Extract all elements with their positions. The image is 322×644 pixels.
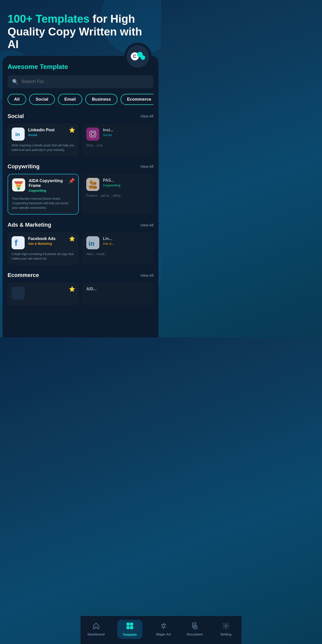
aida-card-category: Copywriting xyxy=(29,189,74,192)
facebook-card-desc: Create high-converting Facebook ad copy … xyxy=(12,252,75,261)
svg-text:in: in xyxy=(89,240,94,247)
linkedin-post-card[interactable]: ⭐ in Linkedin Post Social Write Inspirin… xyxy=(8,124,79,156)
ads-view-all[interactable]: View All xyxy=(140,223,153,227)
search-input[interactable] xyxy=(21,79,149,84)
linkedin-icon: in xyxy=(12,128,25,141)
facebook-icon: f xyxy=(12,236,25,249)
ads-section-title: Ads & Marketing xyxy=(8,222,51,228)
pas-card[interactable]: PAS... Copywriting Problem... will he...… xyxy=(82,174,153,215)
instagram-card-title: Inst... xyxy=(103,128,113,132)
tab-ecommerce[interactable]: Ecommerce xyxy=(120,94,153,105)
instagram-icon xyxy=(86,128,99,141)
svg-marker-11 xyxy=(14,181,23,184)
instagram-card-desc: Write... post. xyxy=(86,143,149,148)
pin-badge: 📌 xyxy=(68,178,75,184)
ecommerce-star-badge: ⭐ xyxy=(69,286,75,292)
social-section-title: Social xyxy=(8,113,24,119)
copywriting-section: Copywriting View All 📌 xyxy=(8,163,153,215)
instagram-card[interactable]: Inst... Social Write... post. xyxy=(82,124,153,156)
linkedin-ads-card[interactable]: in Lin... Ads &... Atten... headli... xyxy=(82,232,153,265)
aida-card[interactable]: 📌 AIDA Copywriting Frame Copywri xyxy=(8,174,79,215)
logo-svg: C xyxy=(130,51,146,62)
pas-card-title: PAS... xyxy=(103,178,120,183)
ecommerce-card2-title: AID... xyxy=(86,287,149,291)
tab-all[interactable]: All xyxy=(8,94,26,105)
instagram-card-category: Social xyxy=(103,133,113,137)
svg-point-9 xyxy=(95,131,96,132)
ads-cards-row: ⭐ f Facebook Ads Ads & Marketing Create … xyxy=(8,232,153,265)
copywriting-section-title: Copywriting xyxy=(8,163,39,170)
ecommerce-card-2[interactable]: AID... xyxy=(82,283,153,305)
copywriting-view-all[interactable]: View All xyxy=(140,164,153,169)
svg-point-2 xyxy=(141,55,145,60)
linkedin-ads-icon: in xyxy=(86,236,99,249)
category-tabs: All Social Email Business Ecommerce ASO xyxy=(8,94,153,106)
ecommerce-icon xyxy=(12,287,25,300)
svg-point-15 xyxy=(90,181,93,184)
facebook-card-title: Facebook Ads xyxy=(28,236,56,241)
social-section-header: Social View All xyxy=(8,113,153,119)
pas-card-category: Copywriting xyxy=(103,184,120,187)
aida-card-desc: This Attention-Interest-Desire-Action Co… xyxy=(12,196,74,210)
ecommerce-section-header: Ecommerce View All xyxy=(8,272,153,278)
ecommerce-section: Ecommerce View All ⭐ AID... xyxy=(8,272,153,305)
social-section: Social View All ⭐ in Linkedin Post Socia… xyxy=(8,113,153,156)
linkedin-ads-title: Lin... xyxy=(103,236,114,241)
linkedin-ads-desc: Atten... headli... xyxy=(86,252,149,256)
tab-business[interactable]: Business xyxy=(85,94,117,105)
svg-text:f: f xyxy=(15,238,18,248)
svg-point-16 xyxy=(93,182,96,185)
ecommerce-section-title: Ecommerce xyxy=(8,272,39,278)
linkedin-card-category: Social xyxy=(28,133,55,137)
facebook-star-badge: ⭐ xyxy=(69,236,75,242)
pas-card-desc: Problem... will he... efficie... xyxy=(86,193,149,198)
aida-icon xyxy=(12,178,25,191)
svg-text:in: in xyxy=(15,132,20,137)
main-card: C Awesome Template 🔍 All Social Email Bu… xyxy=(3,56,158,337)
copywriting-cards-row: 📌 AIDA Copywriting Frame Copywri xyxy=(8,174,153,215)
facebook-card-category: Ads & Marketing xyxy=(28,242,56,246)
facebook-ads-card[interactable]: ⭐ f Facebook Ads Ads & Marketing Create … xyxy=(8,232,79,265)
svg-rect-6 xyxy=(86,128,99,141)
svg-text:C: C xyxy=(133,54,136,59)
ecommerce-cards-row: ⭐ AID... xyxy=(8,283,153,305)
search-bar[interactable]: 🔍 xyxy=(8,75,153,88)
search-icon: 🔍 xyxy=(12,79,18,85)
tab-social[interactable]: Social xyxy=(29,94,55,105)
svg-point-18 xyxy=(93,186,97,189)
pas-icon xyxy=(86,178,99,191)
linkedin-card-title: Linkedin Post xyxy=(28,128,55,132)
social-view-all[interactable]: View All xyxy=(140,114,153,118)
aida-card-title: AIDA Copywriting Frame xyxy=(29,178,74,188)
svg-rect-20 xyxy=(12,236,25,249)
ads-section-header: Ads & Marketing View All xyxy=(8,222,153,228)
star-badge: ⭐ xyxy=(69,127,75,133)
ads-section: Ads & Marketing View All ⭐ f Facebook Ad… xyxy=(8,222,153,265)
ecommerce-view-all[interactable]: View All xyxy=(140,273,153,277)
social-cards-row: ⭐ in Linkedin Post Social Write Inspirin… xyxy=(8,124,153,156)
ecommerce-card-1[interactable]: ⭐ xyxy=(8,283,79,305)
svg-point-19 xyxy=(92,184,94,185)
tab-email[interactable]: Email xyxy=(58,94,82,105)
linkedin-card-desc: Write Inspiring Linkedin posts that will… xyxy=(12,143,75,152)
app-logo: C xyxy=(124,43,151,70)
copywriting-section-header: Copywriting View All xyxy=(8,163,153,170)
linkedin-ads-category: Ads &... xyxy=(103,242,114,246)
